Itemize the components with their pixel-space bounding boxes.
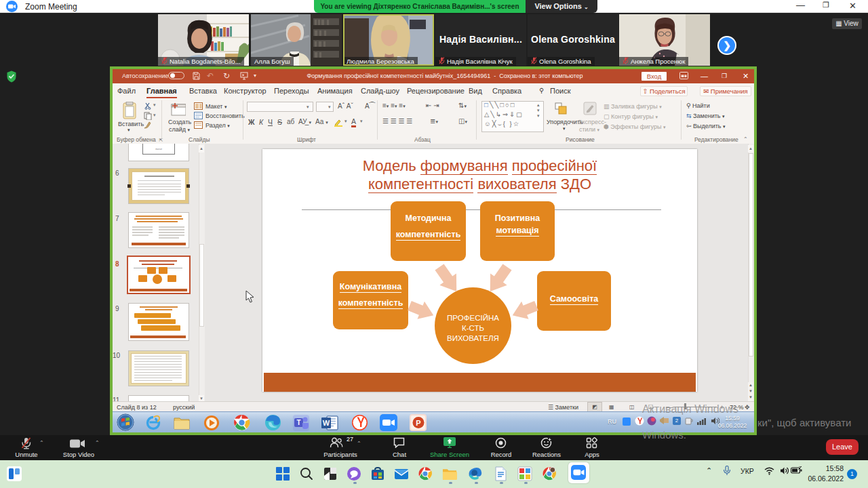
svg-text:P: P (416, 419, 420, 427)
svg-text:W: W (323, 419, 330, 427)
svg-text:T: T (296, 419, 300, 426)
